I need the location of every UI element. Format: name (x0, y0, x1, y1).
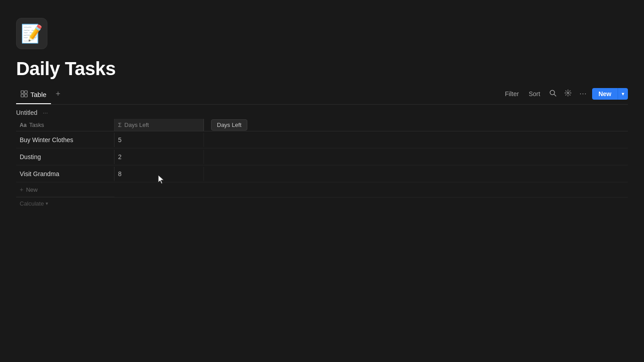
table-row[interactable]: Buy Winter Clothes 5 (16, 131, 628, 148)
more-options-button[interactable]: ··· (577, 88, 589, 100)
table-header: Aa Tasks Σ Days Left Days Left (16, 119, 628, 131)
svg-rect-1 (25, 91, 27, 93)
filter-button[interactable]: Filter (501, 88, 522, 99)
tab-table-label: Table (30, 91, 47, 98)
svg-point-6 (567, 92, 569, 94)
table-row[interactable]: Visit Grandma 8 (16, 165, 628, 182)
app-icon: 📝 (16, 18, 47, 49)
sort-label: Sort (529, 90, 540, 97)
sigma-icon: Σ (118, 122, 122, 128)
column-days-left[interactable]: Σ Days Left (114, 119, 204, 131)
text-type-icon: Aa (20, 122, 26, 128)
cell-days-1[interactable]: 2 (114, 150, 204, 164)
column-tasks[interactable]: Aa Tasks (16, 119, 114, 131)
settings-icon (564, 89, 572, 98)
more-icon: ··· (580, 90, 587, 98)
toolbar-right: Filter Sort (501, 88, 628, 104)
cell-task-1[interactable]: Dusting (16, 150, 114, 164)
tab-table[interactable]: Table (16, 88, 51, 104)
group-more-button[interactable]: ··· (41, 109, 50, 116)
svg-line-5 (554, 94, 556, 96)
sort-button[interactable]: Sort (525, 88, 544, 99)
svg-rect-2 (21, 94, 24, 97)
cell-days-0[interactable]: 5 (114, 133, 204, 147)
settings-button[interactable] (562, 88, 574, 100)
svg-rect-3 (25, 94, 27, 97)
search-button[interactable] (547, 88, 559, 100)
table-row[interactable]: Dusting 2 (16, 148, 628, 165)
new-button[interactable]: New (592, 88, 618, 100)
group-header: Untitled ··· (16, 105, 628, 119)
svg-rect-0 (21, 91, 24, 93)
filter-label: Filter (505, 90, 519, 97)
plus-icon: + (20, 186, 23, 193)
column-tasks-label: Tasks (29, 122, 44, 128)
cell-task-0[interactable]: Buy Winter Clothes (16, 133, 114, 147)
calculate-button[interactable]: Calculate ▾ (16, 198, 114, 210)
search-icon (549, 89, 556, 98)
group-name: Untitled (16, 109, 37, 116)
new-row-button[interactable]: + New (16, 182, 114, 197)
new-button-group: New ▾ (592, 88, 628, 100)
cell-days-2[interactable]: 8 (114, 167, 204, 181)
chevron-down-icon: ▾ (622, 91, 624, 97)
new-row-label: New (26, 186, 38, 193)
days-left-pill[interactable]: Days Left (211, 119, 247, 130)
table-container: Untitled ··· Aa Tasks Σ Days Left Days L… (16, 105, 628, 210)
table-icon (21, 90, 28, 99)
column-days-left-label: Days Left (124, 122, 149, 128)
new-button-dropdown[interactable]: ▾ (618, 88, 628, 100)
table-body: Buy Winter Clothes 5 Dusting 2 Visit Gra… (16, 131, 628, 182)
page-title: Daily Tasks (16, 58, 628, 80)
chevron-down-icon: ▾ (46, 201, 48, 206)
add-tab-button[interactable]: + (53, 91, 64, 101)
calculate-label: Calculate (20, 200, 44, 207)
tabs-row: Table + Filter Sort (16, 88, 628, 105)
cell-task-2[interactable]: Visit Grandma (16, 167, 114, 181)
